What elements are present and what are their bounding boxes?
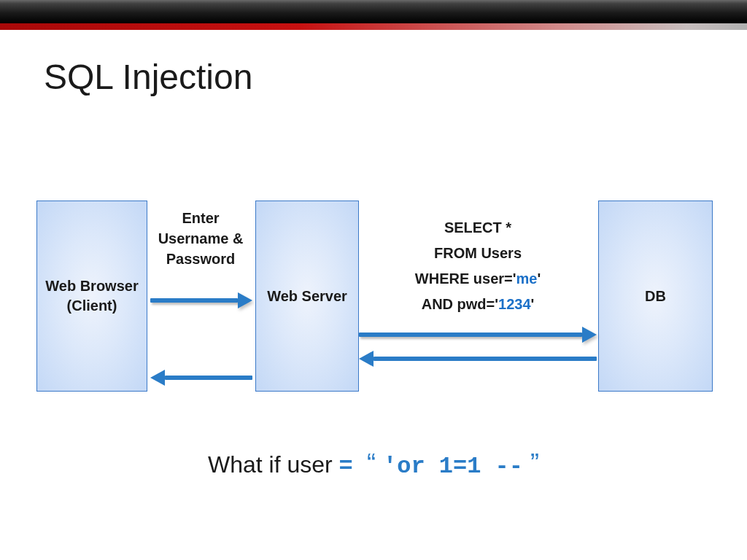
sql-line2: FROM Users [357,241,598,266]
sql-line3-pre: WHERE user=' [415,271,516,287]
slide-accent-strip [0,23,747,30]
sql-line3-post: ' [537,271,541,287]
slide-top-bar [0,0,747,23]
node-web-browser: Web Browser (Client) [36,201,147,392]
label-sql-query: SELECT * FROM Users WHERE user='me' AND … [357,215,598,317]
label-enter-credentials: Enter Username & Password [146,208,255,269]
question-eq: = [339,453,367,480]
question-close-quote: ” [523,448,539,478]
node-web-server: Web Server [255,201,359,392]
sql-line3: WHERE user='me' [357,266,598,292]
node-web-browser-label: Web Browser (Client) [37,276,147,316]
sql-line4: AND pwd='1234' [357,292,598,317]
sql-line4-pre: AND pwd=' [422,296,498,312]
slide-title: SQL Injection [44,57,252,97]
question-prefix: What if user [208,451,339,478]
node-database: DB [598,201,713,392]
node-database-label: DB [645,287,666,306]
question-open-quote: “ [367,448,383,478]
question-what-if: What if user = “ 'or 1=1 -- ” [0,448,747,480]
sql-line4-val: 1234 [498,296,531,312]
node-web-server-label: Web Server [267,287,347,306]
sql-line4-post: ' [531,296,535,312]
sql-line1: SELECT * [357,215,598,241]
question-payload: 'or 1=1 -- [383,453,523,480]
sql-line3-val: me [516,271,538,287]
